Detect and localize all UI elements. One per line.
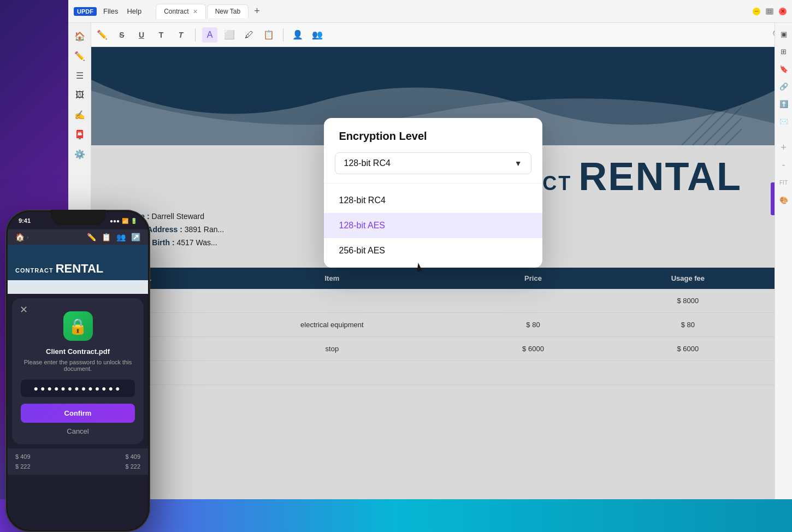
phone-dialog-desc: Please enter the password to unlock this… (21, 359, 135, 372)
phone-users-icon[interactable]: 👥 (116, 233, 126, 241)
phone-share2-icon[interactable]: ↗️ (131, 233, 140, 241)
text-icon[interactable]: T (153, 27, 169, 43)
phone-notch (51, 210, 105, 225)
right-zoomout-icon[interactable]: - (777, 158, 790, 172)
app-logo: UPDF (74, 7, 97, 16)
phone-app-bar: 🏠 › ✏️ 📋 👥 ↗️ (8, 229, 148, 245)
right-sidebar: ▣ ⊞ 🔖 🔗 ⬆️ ✉️ + - FIT 🎨 (775, 23, 792, 499)
encryption-title: Encryption Level (324, 118, 542, 150)
phone-screen: 9:41 ●●● 📶 🔋 🏠 › ✏️ 📋 👥 ↗️ (8, 212, 148, 530)
right-share-icon[interactable]: ⬆️ (777, 97, 790, 110)
toolbar-sep-2 (283, 28, 283, 42)
phone-stat-left-1: $ 409 (15, 453, 31, 460)
phone-home-icon[interactable]: 🏠 (15, 233, 25, 241)
right-mail-icon[interactable]: ✉️ (777, 115, 790, 128)
person-add-icon[interactable]: 👥 (310, 27, 325, 43)
phone-stat-right-1: $ 409 (125, 453, 140, 460)
right-color-icon[interactable]: 🎨 (777, 193, 790, 206)
pdf-area: CONTRACT RENTAL Name : Darrell Steward H… (91, 47, 775, 499)
encryption-current-value[interactable]: 128-bit RC4 ▼ (335, 152, 531, 174)
phone-shield-icon: 🔒 (63, 311, 93, 341)
tab-bar: Contract × New Tab + (156, 4, 264, 19)
phone-dialog-close[interactable]: ✕ (20, 304, 28, 316)
title-bar: UPDF Files Help Contract × New Tab + ─ □… (68, 0, 792, 23)
phone-pdf-preview: CONTRACT RENTAL (8, 245, 148, 294)
encryption-options: 128-bit RC4 128-bit AES 256-bit AES (324, 184, 542, 268)
phone-password-dialog: ✕ 🔒 Client Contract.pdf Please enter the… (12, 298, 144, 444)
encryption-select-row: 128-bit RC4 ▼ (324, 150, 542, 184)
phone-stat-row-2: $ 222 $ 222 (15, 462, 140, 471)
sidebar-apps-icon[interactable]: ⚙️ (71, 145, 88, 163)
tab-new[interactable]: New Tab (207, 4, 249, 18)
signal-icon: ●●● (110, 218, 120, 224)
dropdown-overlay: Encryption Level 128-bit RC4 ▼ 128-bit R… (91, 47, 775, 499)
phone-app-toolbar: ✏️ 📋 👥 ↗️ (87, 233, 140, 241)
option-256-aes[interactable]: 256-bit AES (324, 238, 542, 263)
encryption-panel: Encryption Level 128-bit RC4 ▼ 128-bit R… (324, 118, 542, 268)
battery-icon: 🔋 (131, 218, 137, 224)
phone-pdf-contract: CONTRACT (15, 267, 54, 274)
text-bold-icon[interactable]: T (173, 27, 188, 43)
option-128-rc4[interactable]: 128-bit RC4 (324, 188, 542, 213)
right-bookmark-icon[interactable]: 🔖 (777, 62, 790, 75)
minimize-button[interactable]: ─ (753, 8, 760, 15)
menu-bar: Files Help (103, 7, 141, 15)
monitor-area: UPDF Files Help Contract × New Tab + ─ □… (68, 0, 792, 499)
phone-stats: $ 409 $ 409 $ 222 $ 222 (8, 448, 148, 475)
sidebar-signature-icon[interactable]: ✍️ (71, 106, 88, 123)
phone-stat-right-2: $ 222 (125, 463, 140, 470)
toolbar: 💬 ✏️ S U T T A ⬜ 🖊 📋 👤 👥 🔍 (68, 23, 792, 47)
menu-files[interactable]: Files (103, 7, 118, 15)
phone-pdf-rental: RENTAL (56, 262, 104, 276)
phone-outer: 9:41 ●●● 📶 🔋 🏠 › ✏️ 📋 👥 ↗️ (5, 210, 150, 532)
tab-contract[interactable]: Contract × (156, 4, 206, 19)
sidebar-edit-icon[interactable]: ✏️ (71, 47, 88, 64)
right-thumbnail-icon[interactable]: ⊞ (777, 45, 790, 58)
highlight-marker-icon[interactable]: ✏️ (94, 27, 110, 43)
phone-confirm-button[interactable]: Confirm (21, 404, 135, 423)
shape-icon[interactable]: ⬜ (222, 27, 237, 43)
toolbar-sep-1 (195, 28, 196, 42)
option-128-aes[interactable]: 128-bit AES (324, 213, 542, 238)
right-link-icon[interactable]: 🔗 (777, 80, 790, 93)
tab-contract-close[interactable]: × (193, 7, 198, 16)
phone-time: 9:41 (19, 217, 31, 224)
menu-help[interactable]: Help (127, 7, 141, 15)
tab-new-label: New Tab (215, 8, 240, 15)
phone-stat-row-1: $ 409 $ 409 (15, 452, 140, 462)
phone: 9:41 ●●● 📶 🔋 🏠 › ✏️ 📋 👥 ↗️ (5, 210, 150, 532)
phone-pdf-title: CONTRACT RENTAL (15, 262, 103, 276)
person-icon[interactable]: 👤 (290, 27, 305, 43)
maximize-button[interactable]: □ (766, 8, 773, 15)
phone-status-icons: ●●● 📶 🔋 (110, 218, 137, 224)
window-controls: ─ □ ✕ (753, 8, 787, 15)
phone-edit-icon[interactable]: ✏️ (87, 233, 96, 241)
underline-icon[interactable]: U (134, 27, 149, 43)
pdf-content: CONTRACT RENTAL Name : Darrell Steward H… (91, 47, 775, 499)
tab-contract-label: Contract (164, 8, 188, 15)
phone-password-input[interactable]: ●●●●●●●●●●●●● (21, 380, 135, 397)
stamp-icon[interactable]: 📋 (261, 27, 276, 43)
phone-pdf-header: CONTRACT RENTAL (8, 245, 148, 280)
right-panel-icon[interactable]: ▣ (777, 27, 790, 40)
sidebar-stamp-icon[interactable]: 📮 (71, 126, 88, 143)
right-fit-icon[interactable]: FIT (777, 176, 790, 189)
chevron-down-icon: ▼ (515, 159, 522, 168)
phone-copy-icon[interactable]: 📋 (102, 233, 111, 241)
sidebar-image-icon[interactable]: 🖼 (71, 86, 88, 104)
encryption-current-label: 128-bit RC4 (344, 158, 391, 168)
strikethrough-icon[interactable]: S (114, 27, 129, 43)
phone-dialog-filename: Client Contract.pdf (21, 347, 135, 356)
new-tab-button[interactable]: + (250, 5, 264, 17)
phone-app-nav: 🏠 › (15, 233, 28, 241)
right-zoomin-icon[interactable]: + (777, 141, 790, 154)
phone-stat-left-2: $ 222 (15, 463, 31, 470)
wifi-icon: 📶 (122, 218, 128, 224)
sidebar-home-icon[interactable]: 🏠 (71, 27, 88, 45)
phone-chevron-icon: › (27, 234, 28, 240)
sidebar-pages-icon[interactable]: ☰ (71, 67, 88, 84)
pen-icon[interactable]: 🖊 (241, 27, 257, 43)
highlight-fill-icon[interactable]: A (202, 27, 217, 43)
close-button[interactable]: ✕ (779, 8, 787, 15)
phone-cancel-button[interactable]: Cancel (21, 427, 135, 435)
